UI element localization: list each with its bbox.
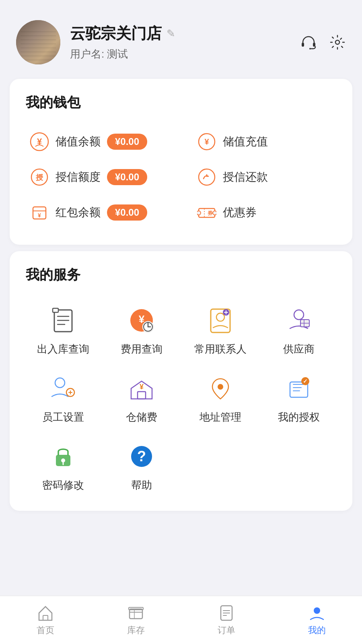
- auth-label: 我的授权: [278, 410, 320, 424]
- help-label: 帮助: [131, 478, 152, 492]
- svg-text:?: ?: [137, 448, 146, 464]
- svg-point-38: [55, 378, 65, 388]
- redpacket-amount: ¥0.00: [107, 204, 147, 221]
- wallet-card: 我的钱包 ¥ 储值余额 ¥0.00 ¥ 储值充值: [10, 79, 352, 245]
- svg-rect-54: [130, 609, 142, 619]
- avatar[interactable]: [16, 20, 60, 64]
- service-address[interactable]: 地址管理: [183, 364, 258, 428]
- user-info: 云驼宗关门店 ✎ 用户名: 测试: [70, 23, 175, 61]
- svg-point-44: [218, 384, 223, 390]
- address-icon: [204, 372, 237, 405]
- svg-text:¥: ¥: [38, 212, 41, 219]
- svg-text:券: 券: [207, 210, 213, 216]
- services-title: 我的服务: [26, 266, 336, 284]
- inout-icon: [47, 304, 79, 336]
- svg-rect-53: [43, 615, 48, 620]
- wallet-grid: ¥ 储值余额 ¥0.00 ¥ 储值充值 授: [26, 124, 336, 230]
- contact-icon: [204, 304, 237, 336]
- credit-label: 授信额度: [56, 169, 101, 185]
- wallet-item-redpacket[interactable]: ¥ 红包余额 ¥0.00: [26, 195, 181, 230]
- storage-icon: ¥: [125, 372, 158, 405]
- username-label: 用户名: 测试: [70, 47, 175, 61]
- inventory-icon: [127, 604, 145, 622]
- bottom-nav: 首页 库存 订单: [0, 596, 362, 644]
- credit-icon: 授: [30, 167, 49, 187]
- nav-home[interactable]: 首页: [25, 600, 66, 640]
- password-icon: [47, 440, 79, 473]
- services-card: 我的服务 出入库查询 ¥: [10, 251, 352, 511]
- service-help[interactable]: ? 帮助: [105, 432, 179, 496]
- home-icon: [37, 604, 54, 622]
- svg-point-3: [335, 40, 339, 44]
- service-storage[interactable]: ¥ 仓储费: [105, 364, 179, 428]
- redpacket-icon: ¥: [30, 203, 49, 222]
- contact-label: 常用联系人: [194, 342, 247, 356]
- wallet-item-recharge[interactable]: ¥ 储值充值: [181, 124, 336, 159]
- staff-icon: [47, 372, 79, 405]
- svg-point-14: [197, 211, 201, 215]
- settings-icon[interactable]: [329, 34, 346, 51]
- nav-inventory-label: 库存: [127, 624, 145, 636]
- savings-icon: ¥: [30, 132, 49, 151]
- wallet-item-credit[interactable]: 授 授信额度 ¥0.00: [26, 159, 181, 195]
- wallet-item-repay[interactable]: 授信还款: [181, 159, 336, 195]
- nav-mine-label: 我的: [308, 624, 326, 636]
- coupon-label: 优惠券: [223, 205, 257, 220]
- recharge-label: 储值充值: [223, 134, 268, 149]
- wallet-title: 我的钱包: [26, 93, 336, 112]
- nav-orders-label: 订单: [218, 624, 235, 636]
- svg-point-61: [314, 607, 320, 614]
- repay-label: 授信还款: [223, 169, 268, 185]
- nav-mine[interactable]: 我的: [296, 600, 338, 640]
- redpacket-label: 红包余额: [56, 205, 101, 220]
- repay-icon: [197, 167, 216, 187]
- header: 云驼宗关门店 ✎ 用户名: 测试: [0, 0, 362, 72]
- service-password[interactable]: 密码修改: [26, 432, 101, 496]
- nav-home-label: 首页: [37, 624, 54, 636]
- svg-rect-0: [302, 43, 304, 47]
- headset-icon[interactable]: [300, 34, 317, 51]
- service-supplier[interactable]: 供应商: [262, 296, 337, 360]
- svg-rect-22: [53, 308, 58, 312]
- supplier-icon: [283, 304, 315, 336]
- savings-label: 储值余额: [56, 134, 101, 149]
- service-staff[interactable]: 员工设置: [26, 364, 101, 428]
- inout-label: 出入库查询: [37, 342, 89, 356]
- password-label: 密码修改: [42, 478, 84, 492]
- header-right: [300, 34, 346, 51]
- svg-text:✓: ✓: [303, 378, 308, 384]
- service-fee[interactable]: ¥ 费用查询: [105, 296, 179, 360]
- shop-name-row: 云驼宗关门店 ✎: [70, 23, 175, 44]
- nav-inventory[interactable]: 库存: [115, 600, 157, 640]
- service-inout[interactable]: 出入库查询: [26, 296, 101, 360]
- mine-icon: [308, 604, 326, 622]
- credit-amount: ¥0.00: [107, 169, 147, 185]
- help-icon: ?: [125, 440, 158, 473]
- coupon-icon: 券: [197, 203, 216, 222]
- svg-rect-1: [313, 43, 315, 47]
- orders-icon: [218, 604, 235, 622]
- wallet-item-coupon[interactable]: 券 优惠券: [181, 195, 336, 230]
- svg-point-15: [213, 211, 216, 215]
- svg-point-30: [216, 313, 224, 321]
- svg-rect-42: [138, 392, 146, 399]
- edit-icon[interactable]: ✎: [167, 27, 175, 40]
- storage-label: 仓储费: [126, 410, 157, 424]
- shop-name: 云驼宗关门店: [70, 23, 162, 44]
- svg-text:¥: ¥: [204, 137, 209, 146]
- service-contact[interactable]: 常用联系人: [183, 296, 258, 360]
- svg-text:¥: ¥: [140, 383, 144, 391]
- service-auth[interactable]: ✓ 我的授权: [262, 364, 337, 428]
- auth-icon: ✓: [283, 372, 315, 405]
- fee-icon: ¥: [125, 304, 158, 336]
- svg-text:授: 授: [35, 173, 43, 182]
- header-left: 云驼宗关门店 ✎ 用户名: 测试: [16, 20, 175, 64]
- supplier-label: 供应商: [283, 342, 315, 356]
- savings-amount: ¥0.00: [107, 134, 147, 150]
- svg-point-34: [294, 310, 304, 320]
- recharge-icon: ¥: [197, 132, 216, 151]
- nav-orders[interactable]: 订单: [206, 600, 247, 640]
- wallet-item-savings[interactable]: ¥ 储值余额 ¥0.00: [26, 124, 181, 159]
- fee-label: 费用查询: [121, 342, 162, 356]
- services-grid: 出入库查询 ¥ 费用查询: [26, 296, 336, 496]
